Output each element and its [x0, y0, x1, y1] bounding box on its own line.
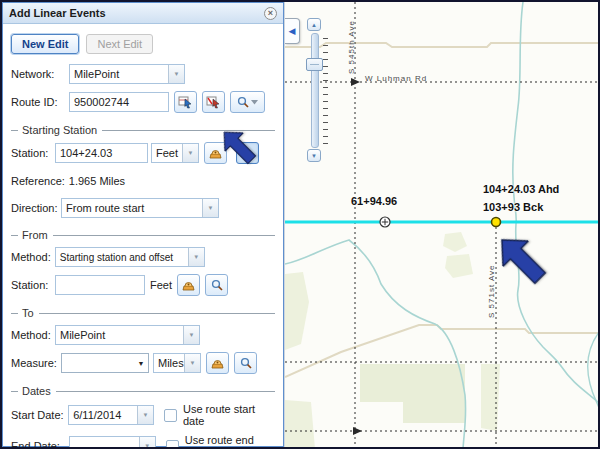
chevron-down-icon	[251, 100, 258, 105]
panel-title: Add Linear Events	[9, 7, 264, 19]
add-linear-events-panel: Add Linear Events × New Edit Next Edit N…	[2, 2, 284, 447]
use-route-end-date-checkbox[interactable]	[166, 440, 179, 449]
measure-unit-value: Miles	[154, 357, 184, 369]
chevron-down-icon[interactable]	[184, 354, 200, 372]
app-window: Add Linear Events × New Edit Next Edit N…	[0, 0, 600, 449]
basemap	[285, 2, 598, 447]
measure-tool-button[interactable]	[206, 352, 229, 374]
selected-station-point[interactable]	[492, 218, 501, 227]
zoom-in-button[interactable]	[307, 18, 321, 31]
use-route-end-date-label: Use route end date	[185, 434, 275, 449]
from-method-label: Method:	[11, 251, 51, 263]
route-id-label: Route ID:	[11, 96, 69, 108]
from-station-unit: Feet	[150, 279, 172, 291]
network-value: MilePoint	[70, 68, 168, 80]
direction-value: From route start	[62, 202, 202, 214]
next-edit-button[interactable]: Next Edit	[86, 34, 153, 54]
measure-unit-select[interactable]: Miles	[153, 353, 201, 373]
zoom-out-button[interactable]	[307, 149, 321, 162]
network-select[interactable]: MilePoint	[69, 64, 185, 84]
route-search-menu-button[interactable]	[230, 91, 265, 113]
chevron-down-icon[interactable]	[168, 65, 184, 83]
road-label-w-luhman: W Luhman Rd	[365, 74, 427, 83]
start-date-label: Start Date:	[11, 409, 68, 421]
direction-label: Direction:	[11, 202, 61, 214]
map-cursor-blue-icon	[178, 95, 193, 109]
measure-label: Measure:	[11, 357, 61, 369]
panel-body: New Edit Next Edit Network: MilePoint Ro…	[3, 24, 283, 449]
chevron-down-icon[interactable]	[134, 360, 148, 367]
starting-station-input[interactable]	[55, 143, 148, 163]
station-unit-value: Feet	[152, 147, 182, 159]
map-cursor-red-icon	[206, 95, 221, 109]
selected-back-label: 103+93 Bck	[483, 201, 543, 213]
end-date-label: End Date:	[11, 440, 69, 449]
station-instrument-icon	[208, 147, 223, 160]
zoom-slider-thumb[interactable]	[306, 58, 323, 71]
station-label: Station:	[11, 147, 55, 159]
road-label-s545: S 545th Ave	[347, 20, 356, 74]
use-route-start-date-checkbox[interactable]	[164, 409, 177, 422]
zoom-slider-track[interactable]	[311, 33, 319, 148]
reference-value: 1.965 Miles	[69, 175, 125, 187]
from-station-input[interactable]	[55, 275, 145, 295]
road-label-s571: S 571st Ave	[487, 264, 496, 318]
measure-combobox[interactable]	[61, 353, 149, 373]
from-method-select[interactable]: Starting station and offset	[55, 247, 205, 267]
chevron-down-icon[interactable]	[202, 199, 218, 217]
station-unit-select[interactable]: Feet	[151, 143, 199, 163]
map-viewport[interactable]: 61+94.96 104+24.03 Ahd 103+93 Bck W Luhm…	[284, 2, 598, 447]
dates-section-title: Dates	[11, 385, 275, 397]
new-edit-button[interactable]: New Edit	[11, 34, 79, 54]
start-date-value: 6/11/2014	[69, 409, 137, 421]
station-instrument-icon	[181, 279, 196, 292]
to-section-title: To	[11, 307, 275, 319]
to-method-select[interactable]: MilePoint	[55, 325, 200, 345]
chevron-down-icon[interactable]	[188, 248, 204, 266]
search-icon	[211, 279, 223, 291]
zoom-to-station-button[interactable]	[205, 274, 228, 296]
from-method-value: Starting station and offset	[56, 252, 188, 263]
route-id-input[interactable]	[69, 92, 169, 112]
direction-select[interactable]: From route start	[61, 198, 219, 218]
station-instrument-icon	[210, 357, 225, 370]
select-route-on-map-button[interactable]	[174, 91, 197, 113]
chevron-down-icon[interactable]	[183, 326, 199, 344]
collapse-panel-button[interactable]	[285, 18, 300, 44]
chevron-down-icon[interactable]	[137, 406, 153, 424]
end-date-picker[interactable]	[69, 436, 156, 449]
close-icon[interactable]: ×	[264, 7, 277, 20]
search-icon	[237, 96, 249, 108]
chevron-down-icon[interactable]	[139, 437, 155, 449]
panel-header: Add Linear Events ×	[3, 3, 283, 24]
station-marker	[380, 217, 390, 227]
station-measure-label: 61+94.96	[351, 195, 397, 207]
network-label: Network:	[11, 68, 69, 80]
from-station-label: Station:	[11, 279, 55, 291]
chevron-down-icon[interactable]	[182, 144, 198, 162]
from-section-title: From	[11, 229, 275, 241]
zoom-to-measure-button[interactable]	[234, 352, 257, 374]
search-icon	[240, 357, 252, 369]
to-method-value: MilePoint	[56, 329, 183, 341]
measure-tool-button[interactable]	[177, 274, 200, 296]
reference-label: Reference:	[11, 175, 65, 187]
use-route-start-date-label: Use route start date	[183, 403, 275, 427]
clear-route-selection-button[interactable]	[202, 91, 225, 113]
selected-ahead-label: 104+24.03 Ahd	[483, 183, 559, 195]
start-date-picker[interactable]: 6/11/2014	[68, 405, 154, 425]
to-method-label: Method:	[11, 329, 55, 341]
